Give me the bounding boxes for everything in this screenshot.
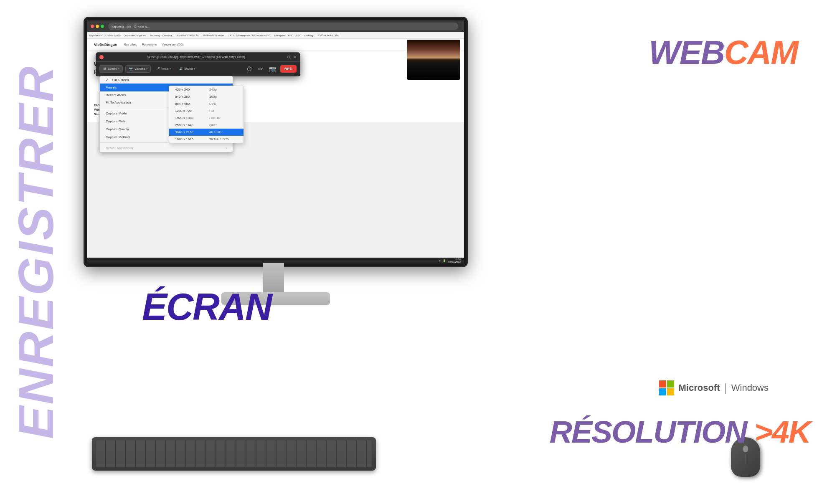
camera-chevron: ▾ — [146, 67, 147, 70]
monitor-frame: kapwing.com - Create a... Applications C… — [84, 17, 468, 267]
bookmark-creator-studio[interactable]: Creator Studio — [105, 34, 121, 37]
webcam-purple-part: WEB — [649, 34, 724, 71]
ms-separator: | — [724, 381, 727, 395]
address-bar[interactable]: kapwing.com - Create a... — [108, 23, 458, 30]
person-bg — [407, 40, 460, 80]
browser-minimize-btn[interactable] — [96, 25, 99, 28]
webcam-label-text: WEBCAM — [649, 34, 798, 71]
status-time: 17:16 03/01/2022 — [448, 258, 461, 263]
ms-square-green — [667, 380, 674, 387]
webcam-person — [407, 40, 460, 80]
dropdown-menu: Full Screen Presets 426 x 240 240p 640 x… — [99, 76, 233, 152]
submenu-fullhd[interactable]: 1920 x 1080 Full HD — [169, 114, 244, 122]
voice-button[interactable]: 🎤 Voice ▾ — [153, 66, 174, 72]
bookmark-seo[interactable]: SEO — [296, 34, 302, 37]
bookmarks-bar: Applications Creator Studio Les meilleur… — [87, 32, 464, 39]
nav-links: Nos offres Formations Vendre sur VDD — [124, 43, 183, 46]
microsoft-logo — [659, 380, 674, 395]
bookmark-outils[interactable]: OUTILS Entreprise — [228, 34, 250, 37]
ms-square-yellow — [667, 388, 674, 395]
pen-button[interactable]: ✏ — [256, 65, 265, 73]
bookmark-voir-youtube[interactable]: A VOIR YOUTUBE — [318, 34, 339, 37]
status-icons: ▲ 🔋 — [439, 259, 446, 262]
ms-square-blue — [659, 388, 666, 395]
capture-window[interactable]: Screen [1920x1080,App,30fps,80%,Win7] – … — [96, 52, 300, 76]
bookmark-youtube[interactable]: YouTube Creator Ac... — [176, 34, 201, 37]
mouse-divider — [746, 454, 746, 464]
speaker-icon: 🔊 — [179, 67, 183, 71]
windows-text: Windows — [731, 382, 769, 393]
browser-bar: kapwing.com - Create a... — [87, 20, 464, 32]
browser-close-btn[interactable] — [91, 25, 94, 28]
address-text: kapwing.com - Create a... — [112, 25, 150, 28]
submenu-240p[interactable]: 426 x 240 240p — [169, 86, 244, 93]
resolution-orange-part: >4K — [754, 414, 810, 449]
monitor-icon: 🖥 — [103, 67, 107, 71]
keyboard — [92, 437, 376, 471]
screenshot-button[interactable]: 📷 — [267, 65, 278, 73]
settings-icon[interactable]: ⚙ — [287, 55, 291, 59]
browser-maximize-btn[interactable] — [101, 25, 104, 28]
screen-button[interactable]: 🖥 Screen ▾ — [99, 65, 123, 73]
bookmark-entreprise[interactable]: Entreprise — [274, 34, 285, 37]
ms-square-red — [659, 380, 666, 387]
keyboard-keys — [96, 441, 372, 467]
camera-icon: 📷 — [129, 67, 133, 71]
vertical-label: ENREGISTRER — [8, 21, 64, 483]
menu-full-screen[interactable]: Full Screen — [100, 76, 233, 84]
microsoft-text: Microsoft — [678, 382, 720, 393]
microphone-icon: 🎤 — [156, 67, 160, 71]
presets-submenu: 426 x 240 240p 640 x 360 360p 854 x 480 … — [169, 86, 244, 143]
battery-icon: 🔋 — [443, 259, 446, 262]
nav-offres[interactable]: Nos offres — [124, 43, 137, 46]
submenu-dvd[interactable]: 854 x 480 DVD — [169, 100, 244, 107]
ecran-label: ÉCRAN — [142, 286, 271, 329]
sound-chevron: ▾ — [194, 67, 195, 70]
resolution-text: RÉSOLUTION >4K — [550, 414, 810, 449]
bookmark-pay[interactable]: Pay of columns... — [252, 34, 271, 37]
capture-close-button[interactable] — [99, 55, 104, 59]
submenu-tiktok[interactable]: 1080 x 1920 TikTok / IGTV — [169, 136, 244, 143]
wifi-icon: ▲ — [439, 259, 441, 262]
submenu-hd[interactable]: 1280 x 720 HD — [169, 107, 244, 114]
microsoft-badge: Microsoft | Windows — [659, 380, 769, 395]
webcam-label: WEBCAM — [649, 33, 798, 72]
rec-button[interactable]: REC — [280, 65, 297, 73]
monitor-screen: kapwing.com - Create a... Applications C… — [87, 20, 464, 263]
bookmark-pro[interactable]: PRO — [288, 34, 294, 37]
ecran-label-text: ÉCRAN — [142, 286, 271, 328]
nav-formations[interactable]: Formations — [142, 43, 157, 46]
resolution-purple-part: RÉSOLUTION — [550, 414, 747, 449]
bookmark-kapwing[interactable]: Kapwing - Create a... — [150, 34, 174, 37]
nav-vendre[interactable]: Vendre sur VDD — [162, 43, 183, 46]
bookmark-bibliotheque[interactable]: Bibliothèque audio... — [203, 34, 226, 37]
menu-presets[interactable]: Presets 426 x 240 240p 640 x 360 360p — [100, 84, 233, 91]
site-logo: VieDeDingue — [94, 43, 117, 47]
webcam-in-monitor — [406, 39, 461, 81]
capture-toolbar: 🖥 Screen ▾ 📷 Camera ▾ 🎤 Voice ▾ — [96, 62, 300, 76]
camera-button[interactable]: 📷 Camera ▾ — [125, 65, 151, 73]
status-bar: ▲ 🔋 17:16 03/01/2022 — [87, 258, 464, 263]
submenu-360p[interactable]: 640 x 360 360p — [169, 93, 244, 100]
screen-chevron: ▾ — [118, 67, 119, 70]
resolution-label: RÉSOLUTION >4K — [550, 414, 810, 450]
bookmark-hashtag[interactable]: Hashtag... — [304, 34, 315, 37]
menu-resize-application[interactable]: Resize Application — [100, 144, 233, 152]
capture-titlebar: Screen [1920x1080,App,30fps,80%,Win7] – … — [96, 53, 300, 62]
sound-button[interactable]: 🔊 Sound ▾ — [176, 66, 198, 72]
submenu-4k[interactable]: 3840 x 2160 4K UHD — [169, 129, 244, 136]
bookmark-les-meilleurs[interactable]: Les meilleurs jet-les... — [124, 34, 148, 37]
capture-title: Screen [1920x1080,App,30fps,80%,Win7] – … — [105, 56, 287, 58]
voice-chevron: ▾ — [170, 67, 171, 70]
timer-button[interactable]: ⏱ — [245, 65, 254, 73]
bookmark-applications[interactable]: Applications — [89, 34, 102, 37]
submenu-qhd[interactable]: 2560 x 1440 QHD — [169, 122, 244, 129]
capture-close-x[interactable]: ✕ — [293, 55, 297, 59]
